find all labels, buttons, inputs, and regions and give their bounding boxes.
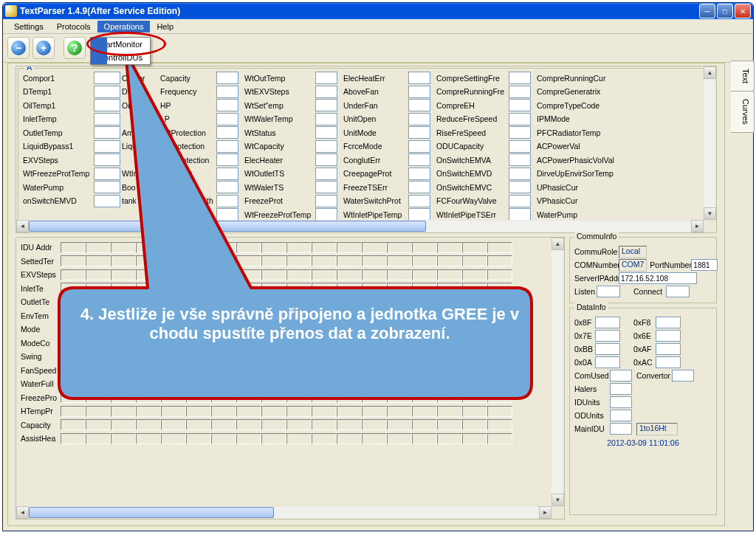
grid-cell[interactable] (261, 379, 286, 390)
grid-cell[interactable] (462, 310, 487, 321)
grid-cell[interactable] (236, 419, 261, 430)
grid-cell[interactable] (462, 379, 487, 390)
grid-cell[interactable] (136, 269, 161, 280)
grid-cell[interactable] (437, 269, 462, 280)
grid-cell[interactable] (211, 269, 236, 280)
field-input[interactable] (408, 72, 430, 84)
grid-cell[interactable] (387, 365, 412, 376)
odunits-input[interactable] (610, 410, 632, 421)
grid-cell[interactable] (437, 351, 462, 362)
grid-cell[interactable] (136, 297, 161, 308)
d-0x7e-input[interactable] (595, 330, 620, 342)
grid-cell[interactable] (61, 351, 86, 362)
field-input[interactable] (216, 208, 238, 221)
grid-cell[interactable] (337, 379, 362, 390)
grid-cell[interactable] (337, 242, 362, 253)
grid-cell[interactable] (362, 379, 387, 390)
grid-cell[interactable] (387, 324, 412, 335)
grid-cell[interactable] (286, 283, 312, 294)
grid-cell[interactable] (312, 297, 337, 308)
grid-cell[interactable] (211, 419, 236, 430)
grid-cell[interactable] (111, 365, 136, 376)
scroll-right-icon[interactable]: ► (691, 220, 704, 232)
grid-cell[interactable] (312, 433, 337, 444)
maximize-button[interactable]: □ (717, 4, 733, 18)
grid-cell[interactable] (437, 242, 462, 253)
grid-cell[interactable] (61, 392, 86, 403)
grid-cell[interactable] (437, 297, 462, 308)
grid-cell[interactable] (261, 406, 286, 417)
grid-cell[interactable] (186, 283, 211, 294)
grid-cell[interactable] (136, 337, 161, 348)
field-input[interactable] (408, 181, 430, 193)
grid-cell[interactable] (261, 269, 286, 280)
grid-cell[interactable] (437, 406, 462, 417)
grid-cell[interactable] (362, 310, 387, 321)
grid-cell[interactable] (337, 269, 362, 280)
menu-help[interactable]: Help (150, 21, 180, 32)
grid-cell[interactable] (387, 242, 412, 253)
grid-cell[interactable] (186, 419, 211, 430)
tab-text[interactable]: Text (731, 61, 755, 92)
grid-cell[interactable] (362, 365, 387, 376)
d-0xac-input[interactable] (656, 356, 681, 368)
scroll-right-icon[interactable]: ► (539, 506, 551, 519)
field-input[interactable] (315, 126, 337, 139)
field-input[interactable] (94, 181, 120, 193)
field-input[interactable] (94, 153, 120, 166)
grid-cell[interactable] (387, 269, 412, 280)
grid-cell[interactable] (186, 337, 211, 348)
field-input[interactable] (216, 99, 238, 111)
grid-cell[interactable] (86, 419, 111, 430)
grid-cell[interactable] (462, 365, 487, 376)
grid-cell[interactable] (86, 283, 111, 294)
grid-cell[interactable] (487, 351, 512, 362)
grid-cell[interactable] (261, 283, 286, 294)
grid-cell[interactable] (211, 406, 236, 417)
grid-cell[interactable] (261, 324, 286, 335)
grid-cell[interactable] (437, 433, 462, 444)
grid-cell[interactable] (61, 242, 86, 253)
grid-cell[interactable] (161, 297, 186, 308)
comused-input[interactable] (610, 370, 632, 382)
grid-cell[interactable] (61, 337, 86, 348)
field-input[interactable] (408, 86, 430, 98)
grid-cell[interactable] (387, 433, 412, 444)
grid-cell[interactable] (111, 433, 136, 444)
grid-cell[interactable] (412, 310, 437, 321)
bottom-hscrollbar[interactable]: ◄ ► (16, 506, 551, 519)
grid-cell[interactable] (186, 406, 211, 417)
grid-cell[interactable] (286, 419, 312, 430)
grid-cell[interactable] (236, 297, 261, 308)
grid-cell[interactable] (337, 392, 362, 403)
scroll-up-icon[interactable]: ▲ (551, 238, 564, 250)
field-input[interactable] (315, 99, 337, 111)
grid-cell[interactable] (161, 242, 186, 253)
grid-cell[interactable] (437, 379, 462, 390)
scroll-thumb[interactable] (29, 507, 274, 518)
grid-cell[interactable] (437, 392, 462, 403)
grid-cell[interactable] (236, 310, 261, 321)
field-input[interactable] (408, 208, 430, 221)
grid-cell[interactable] (236, 269, 261, 280)
field-input[interactable] (94, 113, 120, 125)
grid-cell[interactable] (261, 433, 286, 444)
grid-cell[interactable] (286, 406, 312, 417)
halers-input[interactable] (610, 383, 632, 395)
grid-cell[interactable] (161, 351, 186, 362)
scroll-up-icon[interactable]: ▲ (704, 66, 716, 79)
grid-cell[interactable] (86, 379, 111, 390)
grid-cell[interactable] (111, 392, 136, 403)
field-input[interactable] (216, 86, 238, 98)
grid-cell[interactable] (211, 297, 236, 308)
grid-cell[interactable] (312, 365, 337, 376)
grid-cell[interactable] (362, 433, 387, 444)
grid-cell[interactable] (362, 255, 387, 266)
grid-cell[interactable] (61, 365, 86, 376)
grid-cell[interactable] (337, 337, 362, 348)
grid-cell[interactable] (61, 255, 86, 266)
grid-cell[interactable] (211, 310, 236, 321)
grid-cell[interactable] (286, 365, 312, 376)
grid-cell[interactable] (312, 419, 337, 430)
scroll-left-icon[interactable]: ◄ (16, 220, 29, 232)
